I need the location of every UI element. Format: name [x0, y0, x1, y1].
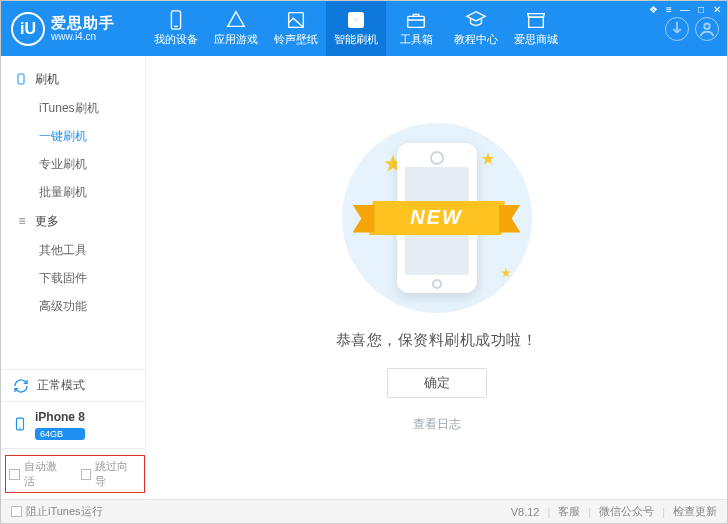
status-bar: 阻止iTunes运行 V8.12 | 客服 | 微信公众号 | 检查更新	[1, 499, 727, 523]
toolbox-icon	[405, 10, 427, 30]
wallpaper-icon	[285, 10, 307, 30]
window-max-icon[interactable]: □	[695, 3, 707, 15]
svg-rect-4	[408, 16, 425, 27]
support-link[interactable]: 客服	[558, 504, 580, 519]
logo-icon: iU	[11, 12, 45, 46]
nav-apps[interactable]: 应用游戏	[206, 1, 266, 56]
apps-icon	[225, 10, 247, 30]
svg-point-5	[704, 23, 710, 29]
view-log-link[interactable]: 查看日志	[413, 416, 461, 433]
nav-flash[interactable]: 智能刷机	[326, 1, 386, 56]
auto-activate-checkbox[interactable]: 自动激活	[9, 459, 67, 489]
sidebar-category-flash: 刷机	[1, 64, 145, 94]
device-storage-badge: 64GB	[35, 428, 85, 440]
nav-my-device[interactable]: 我的设备	[146, 1, 206, 56]
highlighted-options: 自动激活 跳过向导	[5, 455, 145, 493]
nav-label: 我的设备	[154, 32, 198, 47]
sidebar-item-pro[interactable]: 专业刷机	[1, 150, 145, 178]
sidebar-item-advanced[interactable]: 高级功能	[1, 292, 145, 320]
more-icon: ≡	[13, 214, 29, 228]
nav-label: 教程中心	[454, 32, 498, 47]
download-button[interactable]	[665, 17, 689, 41]
phone-icon	[13, 72, 29, 86]
store-icon	[525, 10, 547, 30]
nav-label: 铃声壁纸	[274, 32, 318, 47]
app-header: iU 爱思助手 www.i4.cn 我的设备 应用游戏 铃声壁纸 智能刷机	[1, 1, 727, 56]
window-close-icon[interactable]: ✕	[711, 3, 723, 15]
success-message: 恭喜您，保资料刷机成功啦！	[336, 331, 538, 350]
version-label: V8.12	[511, 506, 540, 518]
window-min-icon[interactable]: —	[679, 3, 691, 15]
star-icon	[500, 267, 512, 279]
success-illustration: NEW	[342, 123, 532, 313]
wechat-link[interactable]: 微信公众号	[599, 504, 654, 519]
sidebar-cat1-label: 刷机	[35, 71, 59, 88]
window-menu-icon[interactable]: ≡	[663, 3, 675, 15]
device-info[interactable]: iPhone 8 64GB	[1, 402, 145, 448]
sidebar-category-more: ≡ 更多	[1, 206, 145, 236]
sidebar-item-firmware[interactable]: 下载固件	[1, 264, 145, 292]
sidebar-item-itunes[interactable]: iTunes刷机	[1, 94, 145, 122]
nav-ringtones[interactable]: 铃声壁纸	[266, 1, 326, 56]
nav-toolbox[interactable]: 工具箱	[386, 1, 446, 56]
block-itunes-checkbox[interactable]: 阻止iTunes运行	[11, 504, 103, 519]
window-skin-icon[interactable]: ❖	[647, 3, 659, 15]
device-phone-icon	[13, 414, 27, 437]
sidebar: 刷机 iTunes刷机 一键刷机 专业刷机 批量刷机 ≡ 更多 其他工具 下载固…	[1, 56, 146, 499]
logo-url: www.i4.cn	[51, 31, 115, 42]
star-icon	[480, 151, 496, 167]
app-logo: iU 爱思助手 www.i4.cn	[1, 1, 146, 56]
refresh-icon	[13, 378, 29, 394]
sidebar-cat2-label: 更多	[35, 213, 59, 230]
tutorial-icon	[465, 10, 487, 30]
nav-label: 工具箱	[400, 32, 433, 47]
nav-tutorials[interactable]: 教程中心	[446, 1, 506, 56]
new-ribbon: NEW	[357, 195, 517, 241]
main-panel: NEW 恭喜您，保资料刷机成功啦！ 确定 查看日志	[146, 56, 727, 499]
ok-button[interactable]: 确定	[387, 368, 487, 398]
svg-rect-6	[18, 74, 24, 84]
nav-label: 智能刷机	[334, 32, 378, 47]
sidebar-item-batch[interactable]: 批量刷机	[1, 178, 145, 206]
sidebar-item-tools[interactable]: 其他工具	[1, 236, 145, 264]
ribbon-text: NEW	[410, 206, 463, 229]
device-name: iPhone 8	[35, 410, 85, 424]
sidebar-item-oneclick[interactable]: 一键刷机	[1, 122, 145, 150]
device-mode[interactable]: 正常模式	[1, 370, 145, 402]
nav-store[interactable]: 爱思商城	[506, 1, 566, 56]
nav-label: 应用游戏	[214, 32, 258, 47]
flash-icon	[345, 10, 367, 30]
top-nav: 我的设备 应用游戏 铃声壁纸 智能刷机 工具箱 教程中心	[146, 1, 657, 56]
device-icon	[165, 10, 187, 30]
window-controls: ❖ ≡ — □ ✕	[647, 3, 723, 15]
check-update-link[interactable]: 检查更新	[673, 504, 717, 519]
mode-label: 正常模式	[37, 377, 85, 394]
nav-label: 爱思商城	[514, 32, 558, 47]
logo-title: 爱思助手	[51, 15, 115, 32]
skip-guide-checkbox[interactable]: 跳过向导	[81, 459, 139, 489]
user-button[interactable]	[695, 17, 719, 41]
